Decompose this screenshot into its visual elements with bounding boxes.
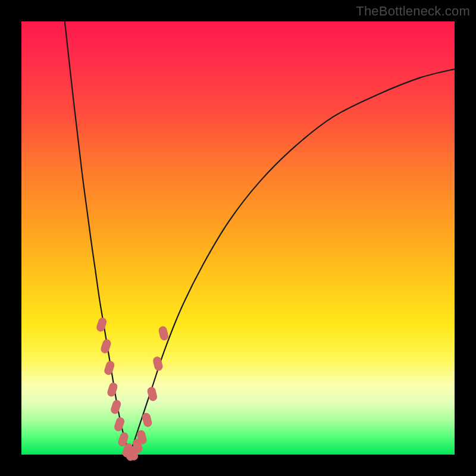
chart-frame: TheBottleneck.com <box>0 0 476 476</box>
curve-right-curve <box>130 69 455 455</box>
data-marker <box>107 381 119 397</box>
watermark-text: TheBottleneck.com <box>356 4 470 19</box>
plot-area <box>21 21 455 455</box>
data-marker <box>109 399 122 415</box>
data-marker <box>158 325 169 342</box>
data-marker <box>95 317 108 333</box>
curve-left-curve <box>65 21 130 455</box>
data-marker <box>113 416 126 432</box>
curve-overlay <box>21 21 455 455</box>
data-marker <box>103 360 115 376</box>
data-marker <box>100 338 112 354</box>
